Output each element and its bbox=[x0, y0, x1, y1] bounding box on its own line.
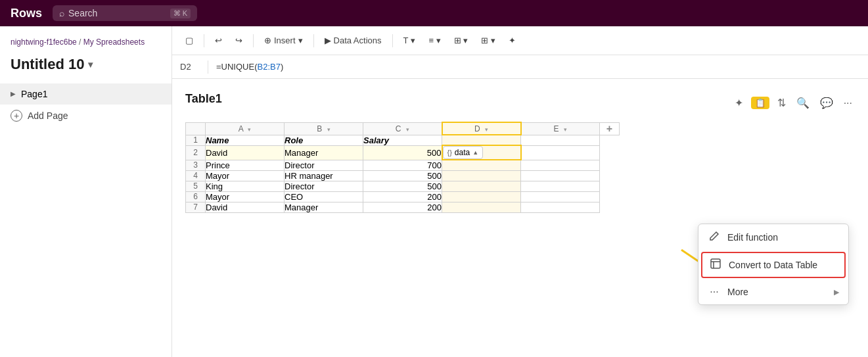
col-c-label: C bbox=[396, 124, 401, 133]
eraser-button[interactable]: ✦ bbox=[503, 33, 521, 48]
cell-a4[interactable]: Mayor bbox=[206, 170, 285, 181]
cell-a1[interactable]: Name bbox=[206, 135, 285, 145]
breadcrumb-user[interactable]: nightwing-f1fec6be bbox=[11, 37, 77, 47]
cell-b7[interactable]: Manager bbox=[285, 202, 363, 212]
edit-function-menu-item[interactable]: Edit function bbox=[698, 224, 848, 250]
breadcrumb-folder[interactable]: My Spreadsheets bbox=[83, 37, 145, 47]
cell-e4[interactable] bbox=[521, 170, 600, 181]
table-row: 5 King Director 500 bbox=[186, 181, 620, 191]
cell-d7[interactable] bbox=[442, 202, 521, 212]
cell-a5[interactable]: King bbox=[206, 181, 285, 191]
col-header-b[interactable]: B ▾ bbox=[285, 122, 363, 135]
curly-braces-icon: {} bbox=[447, 149, 452, 156]
convert-to-data-table-label: Convert to Data Table bbox=[729, 260, 817, 270]
cell-e6[interactable] bbox=[521, 191, 600, 202]
comment-button[interactable]: 💬 bbox=[817, 95, 836, 110]
add-column-button[interactable]: + bbox=[600, 122, 620, 135]
insert-button[interactable]: ⊕ Insert ▾ bbox=[259, 33, 308, 48]
cell-b3[interactable]: Director bbox=[285, 160, 363, 170]
frame-button[interactable]: ▢ bbox=[180, 33, 198, 48]
breadcrumb: nightwing-f1fec6be / My Spreadsheets bbox=[0, 37, 171, 56]
search-box[interactable]: ⌕ Search ⌘ K bbox=[53, 5, 197, 21]
sort-button[interactable]: ⇅ bbox=[775, 95, 788, 110]
cell-e5[interactable] bbox=[521, 181, 600, 191]
notes-button[interactable]: 📋 bbox=[751, 97, 769, 109]
d2-pill[interactable]: {} data ▲ bbox=[443, 146, 484, 159]
topbar: Rows ⌕ Search ⌘ K bbox=[0, 0, 868, 26]
cell-a7[interactable]: David bbox=[206, 202, 285, 212]
sidebar-item-page1[interactable]: ▶ Page1 bbox=[0, 83, 171, 105]
cell-c7[interactable]: 200 bbox=[363, 202, 442, 212]
col-header-e[interactable]: E ▾ bbox=[521, 122, 600, 135]
pill-label: data bbox=[455, 148, 470, 157]
edit-function-label: Edit function bbox=[727, 232, 778, 243]
redo-button[interactable]: ↪ bbox=[230, 33, 248, 48]
data-actions-button[interactable]: ▶ Data Actions bbox=[319, 33, 387, 48]
content-area: ▢ ↩ ↪ ⊕ Insert ▾ ▶ Data Actions T ▾ ≡ ▾ … bbox=[172, 26, 868, 357]
cell-d4[interactable] bbox=[442, 170, 521, 181]
more-arrow-icon: ▶ bbox=[834, 288, 839, 297]
pill-caret-icon: ▲ bbox=[472, 149, 478, 156]
cell-c5[interactable]: 500 bbox=[363, 181, 442, 191]
cell-e3[interactable] bbox=[521, 160, 600, 170]
cell-e2[interactable] bbox=[521, 145, 600, 160]
sparkle-button[interactable]: ✦ bbox=[732, 95, 746, 110]
undo-button[interactable]: ↩ bbox=[210, 33, 227, 48]
cell-b1[interactable]: Role bbox=[285, 135, 363, 145]
cell-d1[interactable] bbox=[442, 135, 521, 145]
cell-c3[interactable]: 700 bbox=[363, 160, 442, 170]
more-options-button[interactable]: ··· bbox=[841, 96, 855, 110]
search-shortcut: ⌘ K bbox=[170, 9, 191, 18]
search-icon: ⌕ bbox=[59, 8, 64, 18]
convert-table-icon bbox=[709, 258, 722, 272]
formula-ref: B2:B7 bbox=[257, 62, 280, 72]
align-button[interactable]: ≡ ▾ bbox=[423, 33, 445, 48]
cell-c4[interactable]: 500 bbox=[363, 170, 442, 181]
text-format-button[interactable]: T ▾ bbox=[398, 33, 421, 48]
search-label: Search bbox=[68, 8, 97, 18]
col-header-c[interactable]: C ▾ bbox=[363, 122, 442, 135]
cell-d3[interactable] bbox=[442, 160, 521, 170]
main-layout: nightwing-f1fec6be / My Spreadsheets Unt… bbox=[0, 26, 868, 357]
sidebar: nightwing-f1fec6be / My Spreadsheets Unt… bbox=[0, 26, 172, 357]
add-icon: + bbox=[11, 110, 22, 122]
row-num-7: 7 bbox=[186, 202, 206, 212]
cell-c6[interactable]: 200 bbox=[363, 191, 442, 202]
cell-b4[interactable]: HR manager bbox=[285, 170, 363, 181]
cell-a2[interactable]: David bbox=[206, 145, 285, 160]
cell-b5[interactable]: Director bbox=[285, 181, 363, 191]
row-num-4: 4 bbox=[186, 170, 206, 181]
convert-to-data-table-menu-item[interactable]: Convert to Data Table bbox=[701, 252, 846, 278]
context-menu: Edit function Convert to Data Table ··· … bbox=[698, 224, 849, 305]
cell-d5[interactable] bbox=[442, 181, 521, 191]
add-page-button[interactable]: + Add Page bbox=[0, 105, 171, 127]
chevron-down-icon[interactable]: ▾ bbox=[88, 59, 93, 70]
cell-c2[interactable]: 500 bbox=[363, 145, 442, 160]
spreadsheet-area[interactable]: Table1 ✦ 📋 ⇅ 🔍 💬 ··· A bbox=[172, 79, 868, 357]
col-header-d[interactable]: D ▾ bbox=[442, 122, 521, 135]
cell-c1[interactable]: Salary bbox=[363, 135, 442, 145]
edit-icon bbox=[708, 231, 721, 244]
table-format-button[interactable]: ⊞ ▾ bbox=[449, 33, 474, 48]
cell-e1[interactable] bbox=[521, 135, 600, 145]
cell-d6[interactable] bbox=[442, 191, 521, 202]
cell-a3[interactable]: Prince bbox=[206, 160, 285, 170]
col-header-a[interactable]: A ▾ bbox=[206, 122, 285, 135]
cell-b6[interactable]: CEO bbox=[285, 191, 363, 202]
more-menu-item[interactable]: ··· More ▶ bbox=[698, 279, 848, 304]
cell-d2[interactable]: {} data ▲ bbox=[442, 145, 521, 160]
add-page-label: Add Page bbox=[28, 110, 68, 121]
formula-text: =UNIQUE(B2:B7) bbox=[216, 62, 283, 72]
cell-a6[interactable]: Mayor bbox=[206, 191, 285, 202]
cell-e7[interactable] bbox=[521, 202, 600, 212]
svg-rect-2 bbox=[711, 259, 720, 268]
cell-b2[interactable]: Manager bbox=[285, 145, 363, 160]
doc-title-text: Untitled 10 bbox=[11, 56, 84, 73]
table-row: 3 Prince Director 700 bbox=[186, 160, 620, 170]
col-a-label: A bbox=[239, 124, 243, 133]
search-table-button[interactable]: 🔍 bbox=[794, 95, 812, 110]
grid-button[interactable]: ⊞ ▾ bbox=[476, 33, 501, 48]
table-row: 4 Mayor HR manager 500 bbox=[186, 170, 620, 181]
data-actions-label: Data Actions bbox=[334, 36, 382, 45]
col-e-chevron-icon: ▾ bbox=[564, 126, 567, 133]
